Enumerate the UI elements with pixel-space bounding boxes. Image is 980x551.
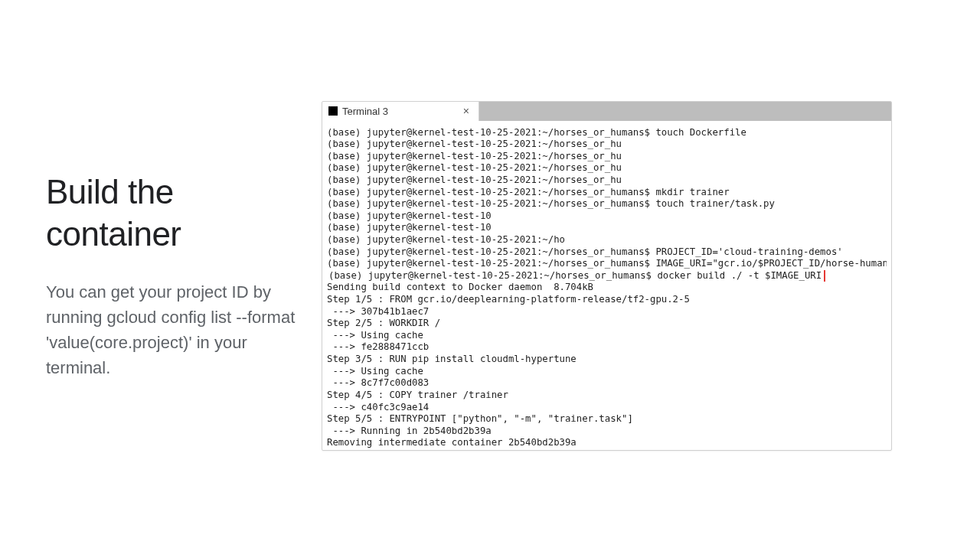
terminal-tab[interactable]: Terminal 3 × (322, 102, 479, 121)
terminal-line: ---> fe2888471ccb (327, 341, 887, 354)
terminal-line: Step 4/5 : COPY trainer /trainer (327, 390, 887, 402)
terminal-line: (base) jupyter@kernel-test-10-25-2021:~/… (327, 174, 887, 187)
terminal-line: Sending build context to Docker daemon 8… (327, 282, 887, 294)
terminal-line: (base) jupyter@kernel-test-10-25-2021:~/… (327, 139, 887, 151)
close-icon[interactable]: × (460, 105, 472, 117)
terminal-line: ---> Using cache (327, 330, 887, 342)
terminal-line: (base) jupyter@kernel-test-10-25-2021:~/… (327, 198, 887, 210)
terminal-line: Step 2/5 : WORKDIR / (327, 318, 887, 330)
terminal-line: (base) jupyter@kernel-test-10 (327, 210, 887, 223)
terminal-line-highlighted: (base) jupyter@kernel-test-10-25-2021:~/… (327, 270, 887, 282)
terminal-line: ---> c40fc3c9ae14 (327, 402, 887, 414)
terminal-line: ---> Running in 2b540bd2b39a (327, 425, 887, 438)
terminal-line: (base) jupyter@kernel-test-10-25-2021:~/… (327, 127, 887, 139)
terminal-tab-bar: Terminal 3 × (322, 102, 891, 121)
terminal-icon (328, 106, 338, 116)
terminal-line: (base) jupyter@kernel-test-10-25-2021:~/… (327, 151, 887, 163)
terminal-body[interactable]: (base) jupyter@kernel-test-10-25-2021:~/… (322, 121, 891, 450)
terminal-line: Step 5/5 : ENTRYPOINT ["python", "-m", "… (327, 413, 887, 425)
terminal-line: (base) jupyter@kernel-test-10-25-2021:~/… (327, 258, 887, 270)
terminal-line: ---> Using cache (327, 366, 887, 378)
terminal-line: Removing intermediate container 2b540bd2… (327, 437, 887, 449)
slide-subtext: You can get your project ID by running g… (46, 279, 299, 380)
terminal-line: (base) jupyter@kernel-test-10-25-2021:~/… (327, 162, 887, 174)
terminal-line: (base) jupyter@kernel-test-10 (327, 222, 887, 234)
terminal-line: Step 1/5 : FROM gcr.io/deeplearning-plat… (327, 294, 887, 306)
terminal-line: (base) jupyter@kernel-test-10-25-2021:~/… (327, 187, 887, 199)
slide-heading: Build the container (46, 171, 299, 255)
terminal-line: Step 3/5 : RUN pip install cloudml-hyper… (327, 354, 887, 366)
terminal-window: Terminal 3 × (base) jupyter@kernel-test-… (322, 101, 892, 451)
terminal-line: ---> 8c7f7c00d083 (327, 377, 887, 390)
terminal-line: (base) jupyter@kernel-test-10-25-2021:~/… (327, 234, 887, 246)
terminal-tab-title: Terminal 3 (342, 106, 388, 117)
terminal-line: (base) jupyter@kernel-test-10-25-2021:~/… (327, 246, 887, 259)
terminal-line: ---> 307b41b1aec7 (327, 306, 887, 318)
